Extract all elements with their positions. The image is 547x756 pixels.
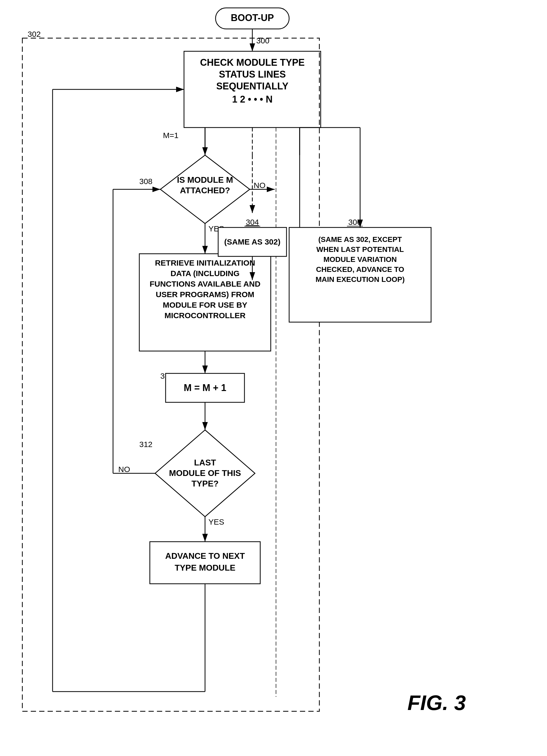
retrieve-line6: MICROCONTROLLER	[165, 311, 246, 320]
same-as-302-except-line1: (SAME AS 302, EXCEPT	[318, 235, 402, 243]
label-302: 302	[28, 30, 41, 38]
last-module-line3: TYPE?	[191, 479, 219, 488]
label-312: 312	[139, 440, 153, 449]
label-300: 300	[256, 36, 270, 45]
m-equals-1-label: M=1	[163, 131, 179, 140]
check-module-line2: STATUS LINES	[219, 69, 286, 80]
same-as-302-label: (SAME AS 302)	[224, 237, 280, 246]
yes-label-312: YES	[209, 517, 224, 526]
m-plus-1-label: M = M + 1	[184, 382, 226, 393]
diagram-container: BOOT-UP 300 CHECK MODULE TYPE STATUS LIN…	[0, 0, 547, 756]
same-as-302-except-line3: MODULE VARIATION	[323, 255, 397, 263]
advance-line1: ADVANCE TO NEXT	[165, 551, 245, 561]
retrieve-line5: MODULE FOR USE BY	[163, 301, 247, 309]
last-module-line2: MODULE OF THIS	[169, 468, 241, 478]
advance-line2: TYPE MODULE	[175, 563, 235, 572]
retrieve-line4: USER PROGRAMS) FROM	[156, 290, 255, 299]
label-308: 308	[139, 177, 153, 186]
check-module-line3: SEQUENTIALLY	[216, 81, 288, 92]
retrieve-line1: RETRIEVE INITIALIZATION	[155, 258, 255, 267]
no-label-312: NO	[118, 465, 130, 474]
check-module-line1: CHECK MODULE TYPE	[200, 57, 305, 68]
same-as-302-except-line5: MAIN EXECUTION LOOP)	[315, 275, 404, 283]
retrieve-line3: FUNCTIONS AVAILABLE AND	[150, 280, 261, 288]
same-as-302-except-line2: WHEN LAST POTENTIAL	[316, 245, 404, 253]
label-306: 306	[348, 218, 361, 226]
is-module-attached-line1: IS MODULE M	[177, 175, 233, 185]
same-as-302-except-line4: CHECKED, ADVANCE TO	[316, 265, 404, 273]
check-module-line4: 1 2 • • • N	[232, 94, 273, 105]
no-label-308: NO	[254, 181, 266, 190]
last-module-line1: LAST	[194, 458, 216, 467]
is-module-attached-line2: ATTACHED?	[180, 186, 230, 195]
bootup-label: BOOT-UP	[231, 12, 274, 23]
label-304: 304	[246, 218, 259, 226]
svg-rect-22	[150, 542, 260, 584]
retrieve-line2: DATA (INCLUDING	[171, 269, 240, 278]
fig-label: FIG. 3	[407, 691, 466, 714]
